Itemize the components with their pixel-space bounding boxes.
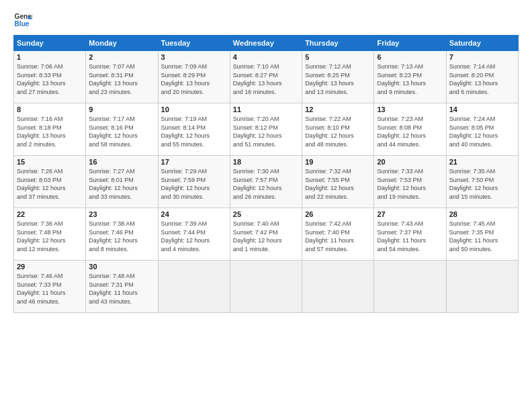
day-number: 1: [17, 53, 83, 61]
day-number: 27: [377, 210, 443, 218]
calendar-cell: 30Sunrise: 7:48 AM Sunset: 7:31 PM Dayli…: [86, 261, 158, 313]
day-number: 12: [305, 105, 371, 113]
day-number: 24: [161, 210, 227, 218]
calendar-cell: 29Sunrise: 7:46 AM Sunset: 7:33 PM Dayli…: [14, 261, 86, 313]
calendar-cell: 25Sunrise: 7:40 AM Sunset: 7:42 PM Dayli…: [230, 208, 302, 261]
svg-text:Blue: Blue: [15, 20, 30, 28]
day-number: 15: [17, 158, 83, 166]
day-info: Sunrise: 7:29 AM Sunset: 7:59 PM Dayligh…: [161, 167, 227, 201]
day-info: Sunrise: 7:30 AM Sunset: 7:57 PM Dayligh…: [233, 167, 299, 201]
calendar-cell: 14Sunrise: 7:24 AM Sunset: 8:05 PM Dayli…: [446, 103, 518, 156]
day-info: Sunrise: 7:10 AM Sunset: 8:27 PM Dayligh…: [233, 62, 299, 96]
day-number: 2: [89, 53, 154, 61]
calendar-cell: 19Sunrise: 7:32 AM Sunset: 7:55 PM Dayli…: [302, 156, 374, 208]
calendar-cell: 12Sunrise: 7:22 AM Sunset: 8:10 PM Dayli…: [302, 103, 374, 156]
day-number: 5: [305, 53, 371, 61]
day-info: Sunrise: 7:20 AM Sunset: 8:12 PM Dayligh…: [233, 115, 299, 148]
day-info: Sunrise: 7:46 AM Sunset: 7:33 PM Dayligh…: [17, 272, 83, 306]
week-row-5: 29Sunrise: 7:46 AM Sunset: 7:33 PM Dayli…: [14, 261, 519, 313]
day-number: 19: [305, 158, 371, 166]
calendar-cell: [230, 261, 302, 313]
day-number: 23: [89, 210, 154, 218]
day-number: 14: [449, 105, 515, 113]
day-info: Sunrise: 7:42 AM Sunset: 7:40 PM Dayligh…: [305, 220, 371, 253]
day-info: Sunrise: 7:45 AM Sunset: 7:35 PM Dayligh…: [449, 220, 515, 253]
day-number: 25: [233, 210, 299, 218]
col-header-wednesday: Wednesday: [230, 36, 302, 51]
day-info: Sunrise: 7:38 AM Sunset: 7:46 PM Dayligh…: [89, 220, 154, 253]
calendar-cell: 24Sunrise: 7:39 AM Sunset: 7:44 PM Dayli…: [158, 208, 230, 261]
calendar-cell: [446, 261, 518, 313]
calendar-cell: 23Sunrise: 7:38 AM Sunset: 7:46 PM Dayli…: [86, 208, 158, 261]
day-number: 16: [89, 158, 154, 166]
calendar-cell: 26Sunrise: 7:42 AM Sunset: 7:40 PM Dayli…: [302, 208, 374, 261]
day-info: Sunrise: 7:22 AM Sunset: 8:10 PM Dayligh…: [305, 115, 371, 148]
calendar-cell: 11Sunrise: 7:20 AM Sunset: 8:12 PM Dayli…: [230, 103, 302, 156]
calendar-cell: 20Sunrise: 7:33 AM Sunset: 7:53 PM Dayli…: [374, 156, 446, 208]
calendar-cell: 8Sunrise: 7:16 AM Sunset: 8:18 PM Daylig…: [14, 103, 86, 156]
day-number: 21: [449, 158, 515, 166]
col-header-tuesday: Tuesday: [158, 36, 230, 51]
calendar-table: SundayMondayTuesdayWednesdayThursdayFrid…: [13, 35, 519, 313]
col-header-saturday: Saturday: [446, 36, 518, 51]
col-header-thursday: Thursday: [302, 36, 374, 51]
calendar-cell: [158, 261, 230, 313]
calendar-cell: 10Sunrise: 7:19 AM Sunset: 8:14 PM Dayli…: [158, 103, 230, 156]
day-info: Sunrise: 7:13 AM Sunset: 8:23 PM Dayligh…: [377, 62, 443, 96]
day-number: 20: [377, 158, 443, 166]
day-number: 29: [17, 263, 83, 271]
day-info: Sunrise: 7:17 AM Sunset: 8:16 PM Dayligh…: [89, 115, 154, 148]
day-info: Sunrise: 7:36 AM Sunset: 7:48 PM Dayligh…: [17, 220, 83, 253]
calendar-cell: 5Sunrise: 7:12 AM Sunset: 8:25 PM Daylig…: [302, 51, 374, 103]
day-info: Sunrise: 7:39 AM Sunset: 7:44 PM Dayligh…: [161, 220, 227, 253]
calendar-cell: 6Sunrise: 7:13 AM Sunset: 8:23 PM Daylig…: [374, 51, 446, 103]
day-number: 22: [17, 210, 83, 218]
calendar-cell: 28Sunrise: 7:45 AM Sunset: 7:35 PM Dayli…: [446, 208, 518, 261]
day-info: Sunrise: 7:23 AM Sunset: 8:08 PM Dayligh…: [377, 115, 443, 148]
day-number: 8: [17, 105, 83, 113]
day-number: 10: [161, 105, 227, 113]
calendar-cell: 2Sunrise: 7:07 AM Sunset: 8:31 PM Daylig…: [86, 51, 158, 103]
calendar-cell: 21Sunrise: 7:35 AM Sunset: 7:50 PM Dayli…: [446, 156, 518, 208]
day-info: Sunrise: 7:19 AM Sunset: 8:14 PM Dayligh…: [161, 115, 227, 148]
day-info: Sunrise: 7:16 AM Sunset: 8:18 PM Dayligh…: [17, 115, 83, 148]
col-header-sunday: Sunday: [14, 36, 86, 51]
calendar-cell: 3Sunrise: 7:09 AM Sunset: 8:29 PM Daylig…: [158, 51, 230, 103]
col-header-monday: Monday: [86, 36, 158, 51]
logo: General Blue: [13, 11, 35, 30]
header-row: SundayMondayTuesdayWednesdayThursdayFrid…: [14, 36, 519, 51]
calendar-cell: 16Sunrise: 7:27 AM Sunset: 8:01 PM Dayli…: [86, 156, 158, 208]
calendar-cell: 7Sunrise: 7:14 AM Sunset: 8:20 PM Daylig…: [446, 51, 518, 103]
col-header-friday: Friday: [374, 36, 446, 51]
week-row-1: 1Sunrise: 7:06 AM Sunset: 8:33 PM Daylig…: [14, 51, 519, 103]
day-info: Sunrise: 7:43 AM Sunset: 7:37 PM Dayligh…: [377, 220, 443, 253]
day-number: 18: [233, 158, 299, 166]
day-info: Sunrise: 7:06 AM Sunset: 8:33 PM Dayligh…: [17, 62, 83, 96]
calendar-cell: [374, 261, 446, 313]
calendar-cell: 17Sunrise: 7:29 AM Sunset: 7:59 PM Dayli…: [158, 156, 230, 208]
week-row-3: 15Sunrise: 7:26 AM Sunset: 8:03 PM Dayli…: [14, 156, 519, 208]
page: General Blue SundayMondayTuesdayWednesda…: [0, 0, 532, 411]
day-number: 7: [449, 53, 515, 61]
header: General Blue: [13, 11, 519, 30]
calendar-cell: 27Sunrise: 7:43 AM Sunset: 7:37 PM Dayli…: [374, 208, 446, 261]
day-info: Sunrise: 7:35 AM Sunset: 7:50 PM Dayligh…: [449, 167, 515, 201]
day-info: Sunrise: 7:07 AM Sunset: 8:31 PM Dayligh…: [89, 62, 154, 96]
calendar-cell: 4Sunrise: 7:10 AM Sunset: 8:27 PM Daylig…: [230, 51, 302, 103]
day-number: 26: [305, 210, 371, 218]
day-info: Sunrise: 7:27 AM Sunset: 8:01 PM Dayligh…: [89, 167, 154, 201]
day-info: Sunrise: 7:26 AM Sunset: 8:03 PM Dayligh…: [17, 167, 83, 201]
day-info: Sunrise: 7:14 AM Sunset: 8:20 PM Dayligh…: [449, 62, 515, 96]
day-number: 3: [161, 53, 227, 61]
calendar-cell: 9Sunrise: 7:17 AM Sunset: 8:16 PM Daylig…: [86, 103, 158, 156]
day-info: Sunrise: 7:12 AM Sunset: 8:25 PM Dayligh…: [305, 62, 371, 96]
calendar-cell: 15Sunrise: 7:26 AM Sunset: 8:03 PM Dayli…: [14, 156, 86, 208]
week-row-2: 8Sunrise: 7:16 AM Sunset: 8:18 PM Daylig…: [14, 103, 519, 156]
day-info: Sunrise: 7:48 AM Sunset: 7:31 PM Dayligh…: [89, 272, 154, 306]
day-info: Sunrise: 7:40 AM Sunset: 7:42 PM Dayligh…: [233, 220, 299, 253]
day-info: Sunrise: 7:33 AM Sunset: 7:53 PM Dayligh…: [377, 167, 443, 201]
calendar-cell: 13Sunrise: 7:23 AM Sunset: 8:08 PM Dayli…: [374, 103, 446, 156]
day-number: 6: [377, 53, 443, 61]
calendar-cell: 18Sunrise: 7:30 AM Sunset: 7:57 PM Dayli…: [230, 156, 302, 208]
day-number: 4: [233, 53, 299, 61]
